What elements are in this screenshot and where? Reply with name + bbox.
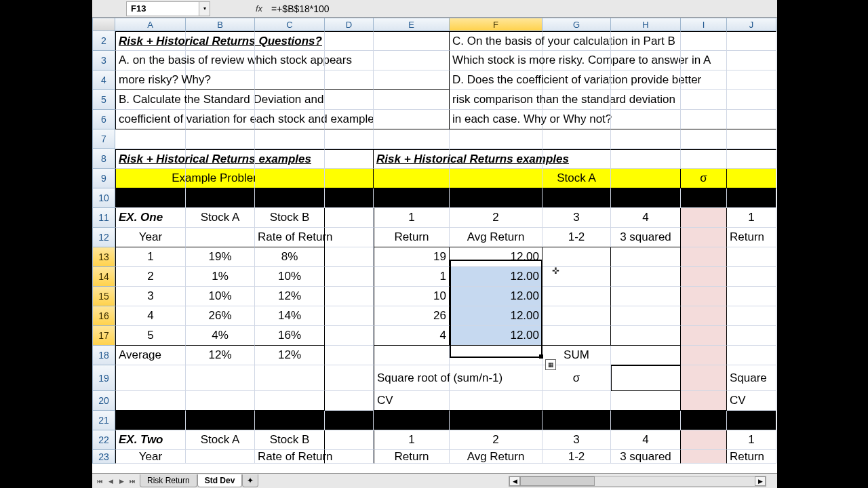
row-header[interactable]: 5	[92, 90, 115, 110]
cell[interactable]	[727, 31, 776, 51]
scroll-track[interactable]	[520, 476, 755, 486]
cell-G9[interactable]: Stock A	[542, 169, 611, 188]
cell-E12[interactable]: Return	[374, 228, 450, 247]
cell-F13[interactable]: 12.00	[450, 247, 542, 267]
col-header-A[interactable]: A	[115, 18, 186, 31]
tab-nav: ⏮ ◀ ▶ ⏭	[92, 476, 140, 487]
row-19: 19 Square root of (sum/n-1) σ Square	[92, 365, 777, 391]
cell-G11[interactable]: 3	[542, 208, 611, 228]
cell-A3[interactable]: A. on the basis of review which stock ap…	[115, 51, 186, 70]
cell[interactable]	[255, 31, 325, 51]
spreadsheet-grid[interactable]: A B C D E F G H I J 2 Risk + Historical …	[92, 18, 777, 473]
row-21: 21	[92, 411, 777, 430]
row-6: 6 coefficient of variation for each stoc…	[92, 110, 777, 129]
cell-H12[interactable]: 3 squared	[611, 228, 681, 247]
row-9: 9 Example Problems Stock A σ	[92, 169, 777, 188]
cell-A12[interactable]: Year	[115, 228, 186, 247]
cell-C11[interactable]: Stock B	[255, 208, 325, 228]
col-header-I[interactable]: I	[681, 18, 727, 31]
tab-nav-last[interactable]: ⏭	[127, 476, 137, 487]
tab-nav-first[interactable]: ⏮	[95, 476, 104, 487]
row-17: 17 5 4% 16% 4 12.00	[92, 326, 777, 346]
row-header[interactable]: 11	[92, 208, 115, 228]
row-header[interactable]: 7	[92, 129, 115, 149]
row-header[interactable]: 13	[92, 247, 115, 267]
cell-F11[interactable]: 2	[450, 208, 542, 228]
formula-bar-area: fx =+$B$18*100	[217, 2, 777, 16]
cell-B9[interactable]: Example Problems	[186, 169, 255, 188]
cell-E11[interactable]: 1	[374, 208, 450, 228]
cell-E20[interactable]: CV	[374, 391, 450, 411]
name-box-dropdown[interactable]: ▾	[199, 1, 210, 16]
cell[interactable]	[325, 31, 374, 51]
cell-A6[interactable]: coefficient of variation for each stock …	[115, 110, 186, 129]
rows-container: 2 Risk + Historical Returns Questions? C…	[92, 31, 777, 464]
column-headers: A B C D E F G H I J	[92, 18, 777, 31]
row-header[interactable]: 10	[92, 188, 115, 208]
autofill-options-button[interactable]: ▦	[545, 359, 556, 370]
new-sheet-button[interactable]: ✦	[242, 474, 258, 487]
row-header[interactable]: 6	[92, 110, 115, 129]
col-header-B[interactable]: B	[186, 18, 255, 31]
row-header[interactable]: 2	[92, 31, 115, 51]
cell-E19[interactable]: Square root of (sum/n-1)	[374, 365, 450, 391]
col-header-F[interactable]: F	[450, 18, 542, 31]
cell-F2[interactable]: C. On the basis of your calculation in P…	[450, 31, 542, 51]
row-header[interactable]: 12	[92, 228, 115, 247]
row-10: 10	[92, 188, 777, 208]
name-box[interactable]: F13	[126, 1, 199, 16]
col-header-C[interactable]: C	[255, 18, 325, 31]
cell-H11[interactable]: 4	[611, 208, 681, 228]
row-header[interactable]: 3	[92, 51, 115, 70]
tab-nav-next[interactable]: ▶	[117, 476, 126, 487]
formula-input[interactable]: =+$B$18*100	[267, 3, 777, 14]
row-5: 5 B. Calculate the Standard Deviation an…	[92, 90, 777, 110]
formula-bar-row: F13 ▾ fx =+$B$18*100	[92, 0, 777, 18]
row-3: 3 A. on the basis of review which stock …	[92, 51, 777, 70]
col-header-E[interactable]: E	[374, 18, 450, 31]
horizontal-scrollbar[interactable]: ◀ ▶	[509, 476, 766, 487]
row-23: 23 Year Rate of Return Return Avg Return…	[92, 450, 777, 464]
cell-E8[interactable]: Risk + Historical Returns examples	[374, 149, 450, 169]
cell-A5[interactable]: B. Calculate the Standard Deviation and	[115, 90, 186, 110]
row-header[interactable]: 4	[92, 70, 115, 90]
cell[interactable]	[542, 31, 611, 51]
cell-F5[interactable]: risk comparison than the standard deviat…	[450, 90, 542, 110]
row-header[interactable]: 9	[92, 169, 115, 188]
select-all-corner[interactable]	[92, 18, 115, 31]
scroll-thumb[interactable]	[520, 476, 595, 486]
cell-J11[interactable]: 1	[727, 208, 776, 228]
cell-F6[interactable]: in each case. Why or Why not?	[450, 110, 542, 129]
cell-F12[interactable]: Avg Return	[450, 228, 542, 247]
tab-nav-prev[interactable]: ◀	[106, 476, 115, 487]
cell-G12[interactable]: 1-2	[542, 228, 611, 247]
cell-A8[interactable]: Risk + Historical Returns examples	[115, 149, 186, 169]
excel-window: F13 ▾ fx =+$B$18*100 A B C D E F G H I J…	[92, 0, 777, 488]
cell-A4[interactable]: more risky? Why?	[115, 70, 186, 90]
cell-A2[interactable]: Risk + Historical Returns Questions?	[115, 31, 186, 51]
cell-B11[interactable]: Stock A	[186, 208, 255, 228]
scroll-left-button[interactable]: ◀	[509, 476, 520, 486]
row-16: 16 4 26% 14% 26 12.00	[92, 306, 777, 326]
sheet-tab-risk-return[interactable]: Risk Return	[140, 474, 197, 487]
scroll-right-button[interactable]: ▶	[755, 476, 766, 486]
col-header-H[interactable]: H	[611, 18, 681, 31]
cell[interactable]	[681, 31, 727, 51]
cell-J12[interactable]: Return	[727, 228, 776, 247]
col-header-D[interactable]: D	[325, 18, 374, 31]
cell[interactable]	[611, 31, 681, 51]
row-header[interactable]: 8	[92, 149, 115, 169]
cell-I9[interactable]: σ	[681, 169, 727, 188]
row-11: 11 EX. One Stock A Stock B 1 2 3 4 1	[92, 208, 777, 228]
col-header-G[interactable]: G	[542, 18, 611, 31]
sheet-tab-std-dev[interactable]: Std Dev	[197, 474, 243, 487]
cell[interactable]	[374, 31, 450, 51]
fx-button[interactable]: fx	[251, 2, 267, 16]
cell-F4[interactable]: D. Does the coefficient of variation pro…	[450, 70, 542, 90]
row-4: 4 more risky? Why? D. Does the coefficie…	[92, 70, 777, 90]
col-header-J[interactable]: J	[727, 18, 776, 31]
cell-A11[interactable]: EX. One	[115, 208, 186, 228]
cell[interactable]	[186, 31, 255, 51]
cell-BC12[interactable]: Rate of Return	[255, 228, 325, 247]
cell-F3[interactable]: Which stock is more risky. Compare to an…	[450, 51, 542, 70]
